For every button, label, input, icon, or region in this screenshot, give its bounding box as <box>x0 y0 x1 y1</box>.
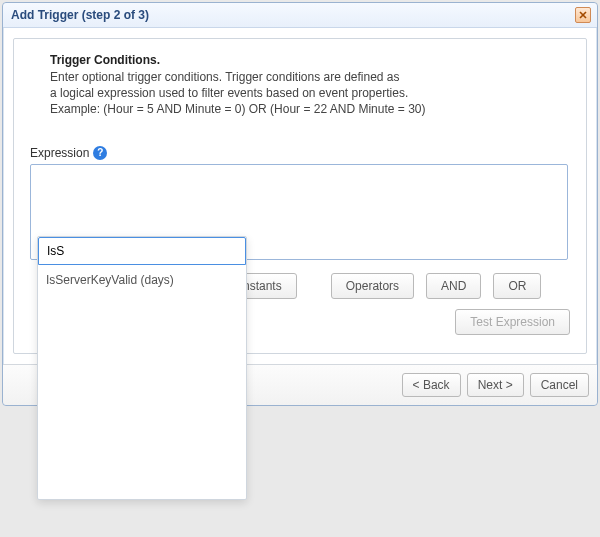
desc-line-3: Example: (Hour = 5 AND Minute = 0) OR (H… <box>50 101 570 117</box>
desc-line-1: Enter optional trigger conditions. Trigg… <box>50 69 570 85</box>
dialog-header: Add Trigger (step 2 of 3) <box>3 3 597 28</box>
test-expression-button[interactable]: Test Expression <box>455 309 570 335</box>
expression-label: Expression <box>30 146 89 160</box>
expression-label-row: Expression ? <box>30 146 570 160</box>
autocomplete-input[interactable] <box>38 237 246 265</box>
close-icon[interactable] <box>575 7 591 23</box>
section-description: Enter optional trigger conditions. Trigg… <box>50 69 570 118</box>
cancel-button[interactable]: Cancel <box>530 373 589 397</box>
operators-button[interactable]: Operators <box>331 273 414 299</box>
autocomplete-list[interactable]: IsServerKeyValid (days) <box>38 265 246 499</box>
autocomplete-panel: IsServerKeyValid (days) <box>37 236 247 500</box>
dialog-title: Add Trigger (step 2 of 3) <box>11 8 149 22</box>
desc-line-2: a logical expression used to filter even… <box>50 85 570 101</box>
autocomplete-item[interactable]: IsServerKeyValid (days) <box>38 265 246 295</box>
next-button[interactable]: Next > <box>467 373 524 397</box>
section-title: Trigger Conditions. <box>50 53 570 67</box>
and-button[interactable]: AND <box>426 273 481 299</box>
or-button[interactable]: OR <box>493 273 541 299</box>
help-icon[interactable]: ? <box>93 146 107 160</box>
back-button[interactable]: < Back <box>402 373 461 397</box>
